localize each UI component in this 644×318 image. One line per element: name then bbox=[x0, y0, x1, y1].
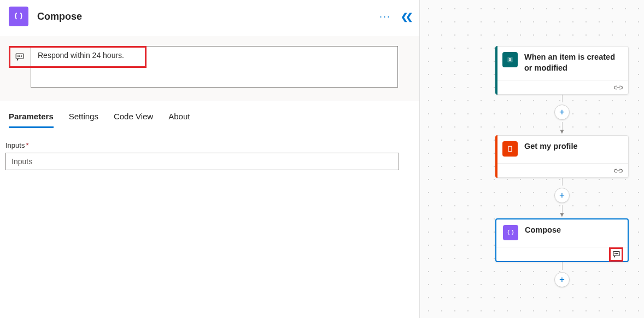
inputs-field[interactable] bbox=[5, 153, 399, 170]
collapse-panel-button[interactable]: ❮❮ bbox=[401, 11, 411, 22]
comment-icon[interactable] bbox=[612, 250, 620, 258]
required-marker: * bbox=[26, 141, 28, 149]
note-highlight-box bbox=[609, 247, 623, 262]
code-braces-icon bbox=[503, 225, 518, 240]
card-accent bbox=[495, 46, 497, 95]
panel-title: Compose bbox=[37, 11, 379, 22]
tab-code-view[interactable]: Code View bbox=[114, 112, 153, 128]
card-title: Get my profile bbox=[524, 141, 578, 152]
inputs-label-text: Inputs bbox=[5, 141, 25, 149]
card-title: When an item is created or modified bbox=[524, 52, 622, 73]
office-icon bbox=[502, 141, 518, 157]
flow-card-trigger[interactable]: S When an item is created or modified bbox=[495, 46, 629, 95]
svg-rect-7 bbox=[509, 147, 512, 151]
more-actions-button[interactable]: ··· bbox=[379, 11, 391, 22]
add-step-button[interactable]: + bbox=[554, 105, 570, 120]
svg-point-2 bbox=[19, 56, 20, 56]
tab-parameters[interactable]: Parameters bbox=[9, 112, 54, 128]
comment-icon bbox=[15, 52, 25, 62]
card-footer bbox=[496, 80, 628, 94]
tab-about[interactable]: About bbox=[168, 112, 190, 128]
code-braces-icon bbox=[9, 7, 28, 26]
connector-line bbox=[562, 262, 563, 270]
tabs: Parameters Settings Code View About bbox=[0, 101, 419, 128]
tab-settings[interactable]: Settings bbox=[69, 112, 98, 128]
arrow-down-icon: ▼ bbox=[559, 128, 565, 135]
note-field[interactable]: Respond within 24 hours. bbox=[31, 46, 398, 88]
svg-point-3 bbox=[21, 56, 21, 56]
svg-point-11 bbox=[617, 253, 618, 254]
sharepoint-icon: S bbox=[502, 52, 518, 67]
svg-rect-0 bbox=[16, 54, 24, 59]
flow-card-compose[interactable]: Compose bbox=[495, 218, 629, 262]
arrow-down-icon: ▼ bbox=[559, 211, 565, 218]
add-step-button[interactable]: + bbox=[554, 188, 570, 203]
svg-point-9 bbox=[614, 253, 615, 254]
connector-line bbox=[562, 178, 563, 186]
note-section: Respond within 24 hours. bbox=[0, 36, 419, 101]
flow-canvas[interactable]: S When an item is created or modified + … bbox=[420, 0, 644, 318]
inputs-label: Inputs* bbox=[5, 141, 395, 149]
connector-line bbox=[562, 95, 563, 102]
svg-point-1 bbox=[17, 56, 18, 56]
link-icon bbox=[614, 84, 623, 91]
svg-text:S: S bbox=[509, 57, 512, 61]
svg-point-10 bbox=[616, 253, 616, 254]
properties-panel: Compose ··· ❮❮ Respond within 24 hours. … bbox=[0, 0, 420, 318]
add-step-button[interactable]: + bbox=[554, 272, 570, 287]
link-icon bbox=[614, 167, 623, 174]
card-accent bbox=[495, 135, 497, 178]
parameters-form: Inputs* bbox=[0, 128, 419, 170]
panel-header: Compose ··· ❮❮ bbox=[0, 0, 419, 36]
card-footer bbox=[496, 247, 628, 261]
flow-card-get-profile[interactable]: Get my profile bbox=[495, 135, 629, 178]
header-actions: ··· ❮❮ bbox=[379, 11, 411, 22]
card-footer bbox=[496, 163, 628, 177]
card-title: Compose bbox=[525, 225, 561, 236]
flow-column: S When an item is created or modified + … bbox=[495, 46, 629, 290]
